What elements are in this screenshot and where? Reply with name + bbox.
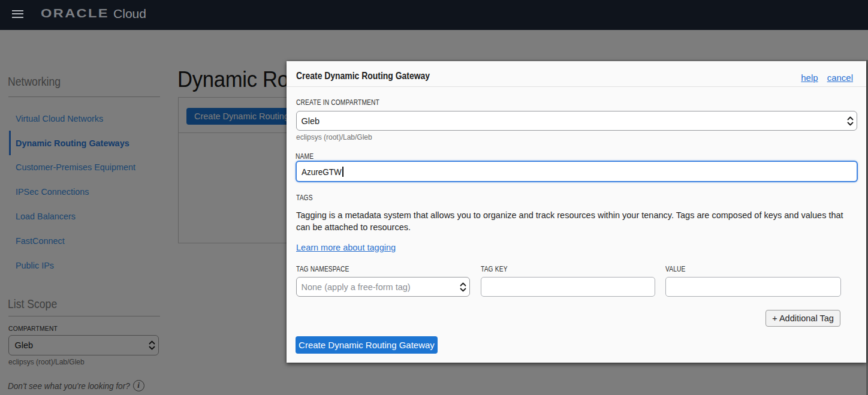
svg-text:ORACLE: ORACLE [41, 7, 109, 20]
svg-text:Cloud: Cloud [113, 7, 146, 20]
